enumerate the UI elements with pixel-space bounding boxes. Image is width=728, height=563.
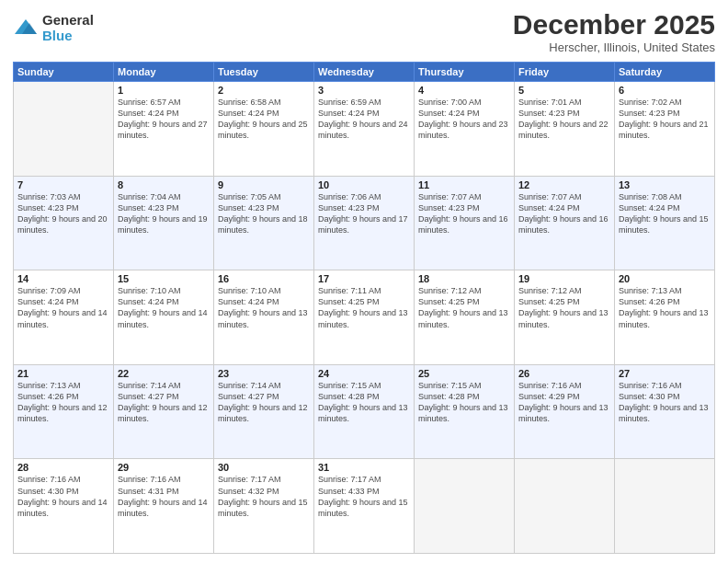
day-info: Sunrise: 7:16 AMSunset: 4:29 PMDaylight:… xyxy=(518,380,610,425)
day-number: 20 xyxy=(619,273,711,284)
calendar-cell: 9Sunrise: 7:05 AMSunset: 4:23 PMDaylight… xyxy=(214,176,314,270)
day-info: Sunrise: 7:08 AMSunset: 4:24 PMDaylight:… xyxy=(619,191,711,236)
day-number: 12 xyxy=(518,179,610,190)
day-info: Sunrise: 7:02 AMSunset: 4:23 PMDaylight:… xyxy=(619,97,711,142)
day-info: Sunrise: 7:17 AMSunset: 4:33 PMDaylight:… xyxy=(318,474,410,519)
day-info: Sunrise: 7:09 AMSunset: 4:24 PMDaylight:… xyxy=(17,285,109,330)
calendar-cell: 24Sunrise: 7:15 AMSunset: 4:28 PMDayligh… xyxy=(314,364,415,459)
calendar-cell: 19Sunrise: 7:12 AMSunset: 4:25 PMDayligh… xyxy=(515,270,615,365)
calendar-cell: 23Sunrise: 7:14 AMSunset: 4:27 PMDayligh… xyxy=(214,364,314,459)
week-row-1: 1Sunrise: 6:57 AMSunset: 4:24 PMDaylight… xyxy=(14,82,715,177)
week-row-3: 14Sunrise: 7:09 AMSunset: 4:24 PMDayligh… xyxy=(14,270,715,365)
day-info: Sunrise: 6:57 AMSunset: 4:24 PMDaylight:… xyxy=(118,97,210,142)
logo-general-text: General xyxy=(42,13,94,29)
logo-text: General Blue xyxy=(42,13,94,43)
calendar-cell: 8Sunrise: 7:04 AMSunset: 4:23 PMDaylight… xyxy=(114,176,214,270)
calendar-cell xyxy=(515,459,615,554)
day-number: 8 xyxy=(118,179,210,190)
calendar-cell: 12Sunrise: 7:07 AMSunset: 4:24 PMDayligh… xyxy=(515,176,615,270)
day-info: Sunrise: 7:13 AMSunset: 4:26 PMDaylight:… xyxy=(619,285,711,330)
calendar-cell: 3Sunrise: 6:59 AMSunset: 4:24 PMDaylight… xyxy=(314,82,415,177)
day-number: 28 xyxy=(17,462,109,473)
day-number: 10 xyxy=(318,179,410,190)
day-number: 21 xyxy=(17,368,109,379)
header: General Blue December 2025 Herscher, Ill… xyxy=(13,9,715,54)
calendar-cell: 14Sunrise: 7:09 AMSunset: 4:24 PMDayligh… xyxy=(14,270,114,365)
day-number: 22 xyxy=(118,368,210,379)
day-number: 23 xyxy=(218,368,310,379)
calendar-cell: 10Sunrise: 7:06 AMSunset: 4:23 PMDayligh… xyxy=(314,176,415,270)
calendar-cell: 30Sunrise: 7:17 AMSunset: 4:32 PMDayligh… xyxy=(214,459,314,554)
day-number: 14 xyxy=(17,273,109,284)
day-info: Sunrise: 7:05 AMSunset: 4:23 PMDaylight:… xyxy=(218,191,310,236)
day-number: 2 xyxy=(218,85,310,96)
calendar-cell: 4Sunrise: 7:00 AMSunset: 4:24 PMDaylight… xyxy=(415,82,515,177)
day-number: 15 xyxy=(118,273,210,284)
day-number: 18 xyxy=(418,273,510,284)
day-info: Sunrise: 7:12 AMSunset: 4:25 PMDaylight:… xyxy=(418,285,510,330)
calendar-cell: 21Sunrise: 7:13 AMSunset: 4:26 PMDayligh… xyxy=(14,364,114,459)
calendar-cell: 13Sunrise: 7:08 AMSunset: 4:24 PMDayligh… xyxy=(615,176,715,270)
calendar-cell: 11Sunrise: 7:07 AMSunset: 4:23 PMDayligh… xyxy=(415,176,515,270)
calendar-cell: 18Sunrise: 7:12 AMSunset: 4:25 PMDayligh… xyxy=(415,270,515,365)
day-info: Sunrise: 7:10 AMSunset: 4:24 PMDaylight:… xyxy=(218,285,310,330)
day-number: 16 xyxy=(218,273,310,284)
calendar-cell: 22Sunrise: 7:14 AMSunset: 4:27 PMDayligh… xyxy=(114,364,214,459)
day-info: Sunrise: 7:16 AMSunset: 4:30 PMDaylight:… xyxy=(619,380,711,425)
day-info: Sunrise: 7:14 AMSunset: 4:27 PMDaylight:… xyxy=(118,380,210,425)
weekday-header-sunday: Sunday xyxy=(14,63,114,82)
calendar-cell: 1Sunrise: 6:57 AMSunset: 4:24 PMDaylight… xyxy=(114,82,214,177)
day-number: 7 xyxy=(17,179,109,190)
day-number: 27 xyxy=(619,368,711,379)
day-info: Sunrise: 7:13 AMSunset: 4:26 PMDaylight:… xyxy=(17,380,109,425)
day-number: 4 xyxy=(418,85,510,96)
logo: General Blue xyxy=(13,13,94,43)
week-row-4: 21Sunrise: 7:13 AMSunset: 4:26 PMDayligh… xyxy=(14,364,715,459)
day-number: 9 xyxy=(218,179,310,190)
day-number: 30 xyxy=(218,462,310,473)
calendar-cell xyxy=(14,82,114,177)
day-info: Sunrise: 7:16 AMSunset: 4:30 PMDaylight:… xyxy=(17,474,109,519)
day-info: Sunrise: 6:59 AMSunset: 4:24 PMDaylight:… xyxy=(318,97,410,142)
day-info: Sunrise: 7:10 AMSunset: 4:24 PMDaylight:… xyxy=(118,285,210,330)
day-number: 3 xyxy=(318,85,410,96)
day-number: 25 xyxy=(418,368,510,379)
location-title: Herscher, Illinois, United States xyxy=(513,40,715,54)
day-number: 17 xyxy=(318,273,410,284)
weekday-header-monday: Monday xyxy=(114,63,214,82)
day-number: 19 xyxy=(518,273,610,284)
logo-blue-text: Blue xyxy=(42,29,94,44)
day-number: 29 xyxy=(118,462,210,473)
day-info: Sunrise: 7:12 AMSunset: 4:25 PMDaylight:… xyxy=(518,285,610,330)
day-info: Sunrise: 6:58 AMSunset: 4:24 PMDaylight:… xyxy=(218,97,310,142)
calendar-cell: 28Sunrise: 7:16 AMSunset: 4:30 PMDayligh… xyxy=(14,459,114,554)
title-block: December 2025 Herscher, Illinois, United… xyxy=(513,9,715,54)
week-row-2: 7Sunrise: 7:03 AMSunset: 4:23 PMDaylight… xyxy=(14,176,715,270)
day-info: Sunrise: 7:01 AMSunset: 4:23 PMDaylight:… xyxy=(518,97,610,142)
day-number: 11 xyxy=(418,179,510,190)
calendar-cell: 25Sunrise: 7:15 AMSunset: 4:28 PMDayligh… xyxy=(415,364,515,459)
page: General Blue December 2025 Herscher, Ill… xyxy=(0,0,728,563)
weekday-header-wednesday: Wednesday xyxy=(314,63,415,82)
day-info: Sunrise: 7:07 AMSunset: 4:23 PMDaylight:… xyxy=(418,191,510,236)
weekday-header-saturday: Saturday xyxy=(615,63,715,82)
day-info: Sunrise: 7:03 AMSunset: 4:23 PMDaylight:… xyxy=(17,191,109,236)
day-info: Sunrise: 7:15 AMSunset: 4:28 PMDaylight:… xyxy=(418,380,510,425)
day-info: Sunrise: 7:17 AMSunset: 4:32 PMDaylight:… xyxy=(218,474,310,519)
weekday-header-tuesday: Tuesday xyxy=(214,63,314,82)
weekday-header-friday: Friday xyxy=(515,63,615,82)
day-number: 31 xyxy=(318,462,410,473)
calendar-cell: 20Sunrise: 7:13 AMSunset: 4:26 PMDayligh… xyxy=(615,270,715,365)
calendar-cell: 17Sunrise: 7:11 AMSunset: 4:25 PMDayligh… xyxy=(314,270,415,365)
weekday-header-row: SundayMondayTuesdayWednesdayThursdayFrid… xyxy=(14,63,715,82)
day-info: Sunrise: 7:11 AMSunset: 4:25 PMDaylight:… xyxy=(318,285,410,330)
day-info: Sunrise: 7:07 AMSunset: 4:24 PMDaylight:… xyxy=(518,191,610,236)
calendar-cell: 26Sunrise: 7:16 AMSunset: 4:29 PMDayligh… xyxy=(515,364,615,459)
day-number: 24 xyxy=(318,368,410,379)
calendar-cell: 7Sunrise: 7:03 AMSunset: 4:23 PMDaylight… xyxy=(14,176,114,270)
day-info: Sunrise: 7:16 AMSunset: 4:31 PMDaylight:… xyxy=(118,474,210,519)
day-info: Sunrise: 7:14 AMSunset: 4:27 PMDaylight:… xyxy=(218,380,310,425)
calendar-cell: 31Sunrise: 7:17 AMSunset: 4:33 PMDayligh… xyxy=(314,459,415,554)
day-number: 6 xyxy=(619,85,711,96)
month-title: December 2025 xyxy=(513,9,715,40)
